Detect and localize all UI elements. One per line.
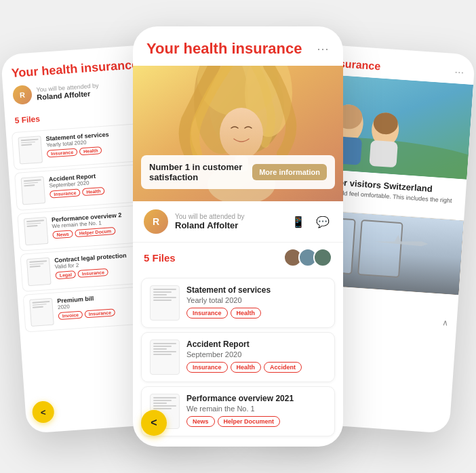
tag-health: Health — [79, 146, 102, 155]
back-button[interactable]: < — [32, 400, 55, 424]
center-header: Your health insurance ⋯ — [133, 26, 343, 66]
list-item[interactable]: Performance overview 2021 We remain the … — [141, 386, 335, 436]
tag-legal: Legal — [55, 270, 76, 279]
more-options-icon[interactable]: ⋯ — [317, 41, 330, 56]
file-info: Accident Report September 2020 Insurance… — [186, 340, 326, 373]
file-title: Performance overview 2021 — [186, 394, 326, 403]
file-info: Performance overview 2021 We remain the … — [186, 394, 326, 427]
tag-insurance: Insurance — [85, 308, 116, 318]
center-title: Your health insurance — [146, 40, 302, 58]
more-info-button[interactable]: More information — [252, 164, 327, 180]
files-row: 5 Files — [133, 243, 343, 274]
contact-icons: 📱 💬 — [289, 212, 332, 231]
tag-helper: Helper Docum — [75, 227, 115, 237]
tag-news: News — [52, 230, 73, 239]
file-thumb — [18, 136, 43, 164]
agent-name: Roland Affolter — [175, 220, 289, 230]
avatar-3 — [313, 248, 332, 267]
tag-accident: Accident — [264, 362, 302, 373]
tag-insurance: Insurance — [186, 362, 228, 373]
file-tags: Insurance Health Accident — [186, 362, 326, 373]
promo-bar: Number 1 in customer satisfaction More i… — [141, 155, 335, 189]
phone-center: Your health insurance ⋯ — [133, 26, 343, 447]
agent-label: You will be attended by — [175, 213, 289, 220]
file-thumbnail — [150, 340, 180, 375]
agent-row: R You will be attended by Roland Affolte… — [133, 201, 343, 243]
tag-insurance: Insurance — [78, 268, 109, 278]
file-thumb — [21, 176, 46, 205]
files-label: 5 Files — [144, 252, 176, 264]
promo-text: Number 1 in customer satisfaction — [149, 162, 252, 182]
file-thumbnail — [150, 285, 180, 321]
file-info: Statement of services Yearly total 2020 … — [186, 285, 326, 318]
tag-health: Health — [82, 187, 105, 196]
file-title: Accident Report — [186, 340, 326, 349]
hero-image: Number 1 in customer satisfaction More i… — [133, 66, 343, 201]
right-more-options-icon[interactable]: ⋯ — [454, 66, 465, 78]
left-agent-info: You will be attended by Roland Affolter — [36, 82, 100, 101]
tag-health: Health — [231, 362, 262, 373]
file-subtitle: We remain the No. 1 — [186, 405, 326, 413]
scene: Your health insurance R You will be atte… — [0, 0, 476, 473]
tag-invoice: Invoice — [58, 311, 83, 320]
list-item[interactable]: Accident Report September 2020 Insurance… — [141, 332, 335, 382]
file-subtitle: Yearly total 2020 — [186, 296, 326, 304]
avatar-group — [283, 248, 332, 267]
tag-insurance: Insurance — [47, 148, 78, 158]
agent-info: You will be attended by Roland Affolter — [175, 213, 289, 230]
left-avatar: R — [12, 85, 33, 105]
tag-insurance: Insurance — [49, 188, 81, 198]
file-thumb — [29, 298, 54, 327]
file-tags: Insurance Health — [186, 308, 326, 318]
tag-news: News — [186, 416, 215, 427]
tag-insurance: Insurance — [186, 308, 228, 318]
file-tags: News Helper Document — [186, 416, 326, 427]
svg-rect-19 — [358, 220, 402, 277]
chevron-up-icon[interactable]: ∧ — [442, 318, 449, 328]
file-thumb — [26, 258, 52, 286]
file-subtitle: September 2020 — [186, 350, 326, 358]
avatar: R — [144, 209, 168, 234]
file-thumb — [24, 217, 49, 245]
chat-icon[interactable]: 💬 — [313, 212, 332, 231]
svg-point-5 — [220, 108, 263, 159]
file-title: Statement of services — [186, 285, 326, 295]
tag-health: Health — [231, 308, 262, 318]
list-item[interactable]: Statement of services Yearly total 2020 … — [141, 278, 335, 328]
back-button[interactable]: < — [141, 410, 167, 436]
phone-icon[interactable]: 📱 — [289, 212, 308, 231]
tag-helper: Helper Document — [218, 416, 281, 427]
svg-rect-14 — [369, 140, 398, 168]
